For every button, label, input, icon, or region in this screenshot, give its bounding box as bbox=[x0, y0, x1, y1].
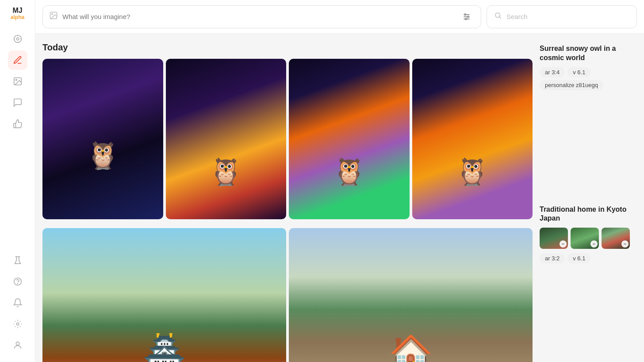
sidebar-item-gallery[interactable] bbox=[8, 72, 27, 91]
owl-image-group bbox=[42, 59, 533, 219]
svg-point-0 bbox=[14, 35, 21, 43]
search-icon bbox=[494, 11, 502, 22]
search-label: Search bbox=[506, 13, 528, 20]
house-thumb-1[interactable]: ✏ bbox=[540, 228, 568, 249]
owl-image-2[interactable] bbox=[166, 59, 287, 219]
sidebar-item-explore[interactable] bbox=[8, 29, 27, 49]
prompt-bar[interactable] bbox=[42, 5, 481, 28]
header: Search bbox=[35, 0, 644, 34]
owl-image-4[interactable] bbox=[412, 59, 533, 219]
prompt-input[interactable] bbox=[62, 13, 454, 20]
svg-point-5 bbox=[17, 283, 18, 284]
house-prompt-section: Traditional home in Kyoto Japan ✏ ✏ ✏ ar… bbox=[540, 205, 637, 264]
sidebar-item-likes[interactable] bbox=[8, 114, 27, 133]
sidebar-item-settings[interactable] bbox=[8, 314, 27, 334]
thumb-edit-1[interactable]: ✏ bbox=[560, 240, 567, 248]
house-image-1[interactable] bbox=[42, 228, 286, 362]
section-today: Today bbox=[42, 42, 533, 53]
svg-point-7 bbox=[16, 342, 19, 345]
owl-image-1[interactable] bbox=[42, 59, 163, 219]
logo: MJ alpha bbox=[11, 7, 24, 20]
house-image-group bbox=[42, 228, 533, 362]
house-thumbnails: ✏ ✏ ✏ bbox=[540, 228, 637, 249]
svg-point-9 bbox=[52, 14, 53, 15]
sidebar-item-notifications[interactable] bbox=[8, 293, 27, 312]
owl-tag-version: v 6.1 bbox=[567, 67, 590, 77]
owl-prompt-title: Surreal snowy owl in a cosmic world bbox=[540, 44, 637, 63]
sidebar-item-create[interactable] bbox=[8, 50, 27, 70]
logo-alpha: alpha bbox=[11, 14, 24, 20]
owl-grid bbox=[42, 59, 533, 219]
section-divider bbox=[540, 97, 637, 108]
svg-point-15 bbox=[465, 18, 467, 19]
svg-point-14 bbox=[468, 16, 469, 17]
svg-point-1 bbox=[16, 38, 19, 40]
svg-point-3 bbox=[15, 79, 17, 80]
thumb-edit-2[interactable]: ✏ bbox=[590, 240, 598, 248]
sidebar-item-messages[interactable] bbox=[8, 93, 27, 112]
house-tags: ar 3:2 v 6.1 bbox=[540, 253, 637, 263]
house-tag-ar: ar 3:2 bbox=[540, 253, 565, 263]
svg-point-13 bbox=[464, 14, 466, 15]
sidebar-item-help[interactable] bbox=[8, 272, 27, 291]
owl-tag-ar: ar 3:4 bbox=[540, 67, 565, 77]
house-tag-version: v 6.1 bbox=[567, 253, 590, 263]
main-content: Search Today bbox=[35, 0, 644, 362]
house-prompt-title: Traditional home in Kyoto Japan bbox=[540, 205, 637, 224]
sidebar: MJ alpha bbox=[0, 0, 35, 362]
image-icon bbox=[49, 11, 58, 22]
logo-mj: MJ bbox=[12, 7, 22, 14]
house-grid bbox=[42, 228, 533, 362]
svg-line-17 bbox=[499, 17, 501, 18]
sidebar-item-profile[interactable] bbox=[8, 335, 27, 355]
content-area: Today Surreal s bbox=[35, 34, 644, 362]
search-bar[interactable]: Search bbox=[487, 5, 637, 28]
side-panel: Surreal snowy owl in a cosmic world ar 3… bbox=[540, 42, 637, 362]
owl-tag-personalize: personalize z81uegq bbox=[540, 80, 603, 90]
image-feed: Today bbox=[42, 42, 533, 362]
filter-button[interactable] bbox=[459, 9, 475, 25]
svg-point-16 bbox=[495, 13, 500, 18]
house-thumb-3[interactable]: ✏ bbox=[602, 228, 630, 249]
sidebar-item-lab[interactable] bbox=[8, 251, 27, 270]
house-thumb-2[interactable]: ✏ bbox=[571, 228, 599, 249]
svg-point-6 bbox=[16, 323, 19, 325]
owl-prompt-section: Surreal snowy owl in a cosmic world ar 3… bbox=[540, 44, 637, 90]
house-image-2[interactable] bbox=[289, 228, 533, 362]
thumb-edit-3[interactable]: ✏ bbox=[621, 240, 629, 248]
owl-image-3[interactable] bbox=[289, 59, 410, 219]
owl-tags: ar 3:4 v 6.1 personalize z81uegq bbox=[540, 67, 637, 90]
